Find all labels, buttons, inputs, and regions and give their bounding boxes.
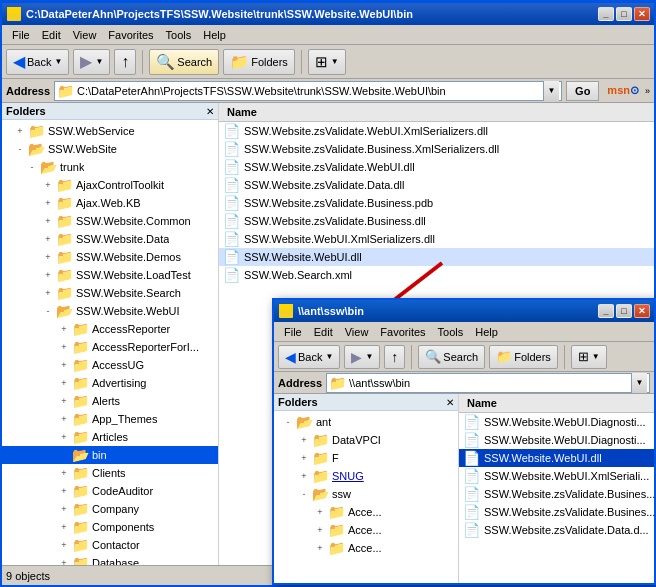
folders-panel-close-button[interactable]: ✕	[206, 106, 214, 117]
menu-file[interactable]: File	[6, 27, 36, 43]
tree-item-bin[interactable]: 📂 bin	[2, 446, 218, 464]
second-tree-item-ant[interactable]: - 📂 ant	[274, 413, 458, 431]
second-file-item-3[interactable]: 📄 SSW.Website.WebUI.dll	[459, 449, 654, 467]
tree-item-alerts[interactable]: + 📁 Alerts	[2, 392, 218, 410]
address-input[interactable]	[77, 85, 543, 97]
expand-icon[interactable]: +	[56, 483, 72, 499]
minimize-button[interactable]: _	[598, 7, 614, 21]
expand-icon[interactable]: +	[56, 537, 72, 553]
second-views-button[interactable]: ⊞ ▼	[571, 345, 607, 369]
expand-icon[interactable]: +	[56, 519, 72, 535]
tree-item-app-themes[interactable]: + 📁 App_Themes	[2, 410, 218, 428]
expand-icon[interactable]: +	[312, 504, 328, 520]
file-item-3[interactable]: 📄 SSW.Website.zsValidate.WebUI.dll	[219, 158, 654, 176]
tree-item-database[interactable]: + 📁 Database	[2, 554, 218, 565]
expand-icon[interactable]: +	[56, 357, 72, 373]
forward-button[interactable]: ▶ ▼	[73, 49, 110, 75]
second-menu-edit[interactable]: Edit	[308, 324, 339, 340]
menu-favorites[interactable]: Favorites	[102, 27, 159, 43]
expand-icon[interactable]	[56, 447, 72, 463]
second-file-item-4[interactable]: 📄 SSW.Website.WebUI.XmlSeriali...	[459, 467, 654, 485]
expand-icon[interactable]: -	[40, 303, 56, 319]
expand-icon[interactable]: +	[56, 321, 72, 337]
second-folders-button[interactable]: 📁 Folders	[489, 345, 558, 369]
expand-icon[interactable]: +	[56, 501, 72, 517]
tree-item-company[interactable]: + 📁 Company	[2, 500, 218, 518]
expand-icon[interactable]: +	[40, 231, 56, 247]
tree-item-components[interactable]: + 📁 Components	[2, 518, 218, 536]
menu-view[interactable]: View	[67, 27, 103, 43]
expand-icon[interactable]: +	[40, 249, 56, 265]
expand-icon[interactable]: +	[296, 450, 312, 466]
second-name-column-header[interactable]: Name	[463, 396, 501, 410]
up-button[interactable]: ↑	[114, 49, 136, 75]
expand-icon[interactable]: +	[40, 195, 56, 211]
tree-item-ajax-web-kb[interactable]: + 📁 Ajax.Web.KB	[2, 194, 218, 212]
file-item-9[interactable]: 📄 SSW.Web.Search.xml	[219, 266, 654, 284]
second-menu-view[interactable]: View	[339, 324, 375, 340]
expand-icon[interactable]: +	[56, 465, 72, 481]
file-item-2[interactable]: 📄 SSW.Website.zsValidate.Business.XmlSer…	[219, 140, 654, 158]
expand-icon[interactable]: +	[40, 267, 56, 283]
expand-icon[interactable]: +	[56, 555, 72, 565]
second-tree-item-acce3[interactable]: + 📁 Acce...	[274, 539, 458, 557]
expand-icon[interactable]: +	[56, 375, 72, 391]
expand-icon[interactable]: +	[56, 411, 72, 427]
expand-icon[interactable]: +	[56, 339, 72, 355]
go-button[interactable]: Go	[566, 81, 599, 101]
tree-item-website-common[interactable]: + 📁 SSW.Website.Common	[2, 212, 218, 230]
name-column-header[interactable]: Name	[223, 105, 261, 119]
tree-item-website-loadtest[interactable]: + 📁 SSW.Website.LoadTest	[2, 266, 218, 284]
expand-icon[interactable]: -	[12, 141, 28, 157]
back-button[interactable]: ◀ Back ▼	[6, 49, 69, 75]
tree-item-trunk[interactable]: - 📂 trunk	[2, 158, 218, 176]
tree-item-contactor[interactable]: + 📁 Contactor	[2, 536, 218, 554]
expand-icon[interactable]: -	[280, 414, 296, 430]
address-input-wrapper[interactable]: 📁 ▼	[54, 81, 562, 101]
folders-button[interactable]: 📁 Folders	[223, 49, 295, 75]
second-menu-file[interactable]: File	[278, 324, 308, 340]
file-item-6[interactable]: 📄 SSW.Website.zsValidate.Business.dll	[219, 212, 654, 230]
tree-item-ajaxcontroltoolkit[interactable]: + 📁 AjaxControlToolkit	[2, 176, 218, 194]
expand-icon[interactable]: -	[24, 159, 40, 175]
search-button[interactable]: 🔍 Search	[149, 49, 219, 75]
expand-icon[interactable]: +	[56, 393, 72, 409]
second-tree-item-snug[interactable]: + 📁 SNUG	[274, 467, 458, 485]
second-minimize-button[interactable]: _	[598, 304, 614, 318]
second-back-button[interactable]: ◀ Back ▼	[278, 345, 340, 369]
expand-icon[interactable]: +	[40, 213, 56, 229]
second-file-item-2[interactable]: 📄 SSW.Website.WebUI.Diagnosti...	[459, 431, 654, 449]
second-address-input-wrapper[interactable]: 📁 ▼	[326, 373, 650, 393]
tree-item-ssw-webservice[interactable]: + 📁 SSW.WebService	[2, 122, 218, 140]
tree-item-clients[interactable]: + 📁 Clients	[2, 464, 218, 482]
second-tree-item-acce2[interactable]: + 📁 Acce...	[274, 521, 458, 539]
expand-icon[interactable]: +	[56, 429, 72, 445]
second-forward-button[interactable]: ▶ ▼	[344, 345, 380, 369]
expand-icon[interactable]: +	[40, 177, 56, 193]
file-item-1[interactable]: 📄 SSW.Website.zsValidate.WebUI.XmlSerial…	[219, 122, 654, 140]
menu-tools[interactable]: Tools	[160, 27, 198, 43]
second-tree-item-f[interactable]: + 📁 F	[274, 449, 458, 467]
expand-icon[interactable]: +	[40, 285, 56, 301]
tree-item-accessug[interactable]: + 📁 AccessUG	[2, 356, 218, 374]
second-address-dropdown[interactable]: ▼	[631, 373, 647, 393]
tree-item-website-webui[interactable]: - 📂 SSW.Website.WebUI	[2, 302, 218, 320]
close-button[interactable]: ✕	[634, 7, 650, 21]
file-item-7[interactable]: 📄 SSW.Website.WebUI.XmlSerializers.dll	[219, 230, 654, 248]
second-menu-help[interactable]: Help	[469, 324, 504, 340]
expand-icon[interactable]: +	[296, 432, 312, 448]
tree-item-articles[interactable]: + 📁 Articles	[2, 428, 218, 446]
tree-item-advertising[interactable]: + 📁 Advertising	[2, 374, 218, 392]
address-dropdown-button[interactable]: ▼	[543, 81, 559, 101]
file-item-4[interactable]: 📄 SSW.Website.zsValidate.Data.dll	[219, 176, 654, 194]
maximize-button[interactable]: □	[616, 7, 632, 21]
expand-icon[interactable]: +	[312, 540, 328, 556]
second-folders-panel-close[interactable]: ✕	[446, 397, 454, 408]
second-tree-item-ssw[interactable]: - 📂 ssw	[274, 485, 458, 503]
expand-icon[interactable]: +	[12, 123, 28, 139]
second-file-item-6[interactable]: 📄 SSW.Website.zsValidate.Busines...	[459, 503, 654, 521]
folder-tree[interactable]: + 📁 SSW.WebService - 📂 SSW.WebSite - 📂 t…	[2, 120, 218, 565]
menu-help[interactable]: Help	[197, 27, 232, 43]
second-file-item-1[interactable]: 📄 SSW.Website.WebUI.Diagnosti...	[459, 413, 654, 431]
second-file-item-5[interactable]: 📄 SSW.Website.zsValidate.Busines...	[459, 485, 654, 503]
